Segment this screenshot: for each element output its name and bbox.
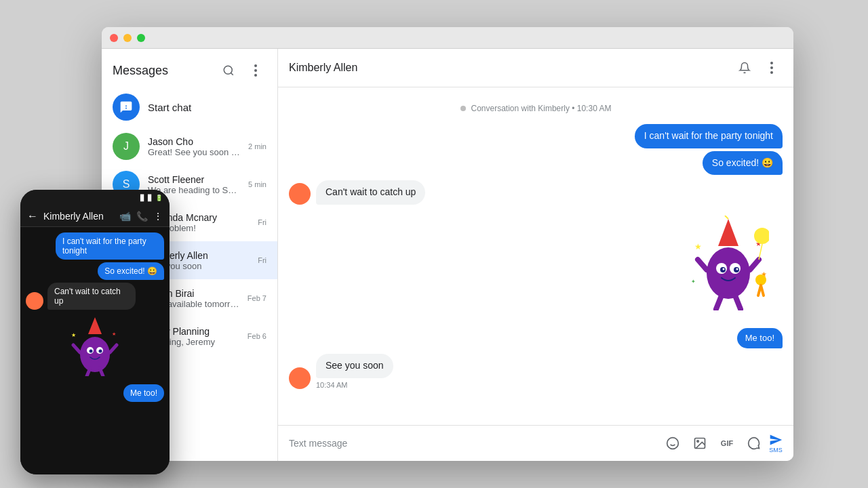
maximize-button[interactable] xyxy=(137,34,145,42)
mac-content: Messages xyxy=(102,49,793,461)
start-chat-icon xyxy=(113,94,140,121)
conv-time-jason: 2 min xyxy=(248,142,267,150)
svg-point-40 xyxy=(99,350,102,353)
chat-input-area: GIF SMS xyxy=(278,425,793,461)
sticker-button[interactable] xyxy=(742,431,766,455)
phone-contact-name: Kimberly Allen xyxy=(43,211,114,222)
search-icon-button[interactable] xyxy=(218,60,239,81)
text-message-input[interactable] xyxy=(289,432,655,454)
svg-point-5 xyxy=(770,62,773,64)
phone-header-icons: 📹 📞 ⋮ xyxy=(119,211,163,222)
svg-point-7 xyxy=(770,71,773,74)
send-label: SMS xyxy=(769,447,783,453)
message-bubble-see-you-soon: See you soon xyxy=(316,354,393,378)
conversation-label: Conversation with Kimberly • 10:30 AM xyxy=(289,104,783,113)
svg-point-27 xyxy=(755,274,766,285)
svg-marker-35 xyxy=(88,317,102,334)
kimberly-avatar-chat-2 xyxy=(289,367,311,389)
send-button[interactable]: SMS xyxy=(769,433,783,453)
phone-kimberly-avatar xyxy=(26,292,43,310)
svg-point-2 xyxy=(254,64,257,67)
video-call-icon[interactable]: 📹 xyxy=(119,211,131,222)
phone-overlay: ▊ ▊ 🔋 ← Kimberly Allen 📹 📞 ⋮ I can't wai… xyxy=(20,190,170,474)
phone-msg-bubble-1: Can't wait to catch up xyxy=(47,283,136,310)
conv-time-scott: 5 min xyxy=(248,180,267,188)
sidebar-title: Messages xyxy=(113,64,168,78)
conv-preview-jason: Great! See you soon 😀 xyxy=(148,147,240,157)
input-icons: GIF SMS xyxy=(660,431,783,455)
svg-point-39 xyxy=(90,350,93,353)
message-bubble-received-1: Can't wait to catch up xyxy=(316,180,425,205)
chat-header: Kimberly Allen xyxy=(278,49,793,87)
chat-more-icon-button[interactable] xyxy=(761,57,783,79)
sticker-monster: ★ ★ ✦ ★ xyxy=(688,216,783,317)
more-icon-button[interactable] xyxy=(245,60,267,81)
emoji-picker-button[interactable] xyxy=(660,431,685,455)
phone-sticker: ★ ★ xyxy=(68,315,122,379)
conv-name-scott: Scott Fleener xyxy=(148,174,240,185)
svg-line-42 xyxy=(110,345,117,352)
chat-contact-name: Kimberly Allen xyxy=(289,62,357,74)
svg-point-30 xyxy=(667,438,679,449)
start-chat-label: Start chat xyxy=(148,102,191,113)
start-chat-item[interactable]: Start chat xyxy=(102,87,272,127)
phone-status-bar: ▊ ▊ 🔋 xyxy=(20,190,170,206)
me-too-group: Me too! xyxy=(289,328,783,348)
back-button[interactable]: ← xyxy=(27,210,38,222)
svg-line-1 xyxy=(231,73,233,75)
chat-messages: Conversation with Kimberly • 10:30 AM I … xyxy=(278,87,793,425)
image-attach-button[interactable] xyxy=(688,431,712,455)
phone-messages: I can't wait for the party tonight So ex… xyxy=(20,227,170,474)
phone-msg-received-1: Can't wait to catch up xyxy=(26,283,164,310)
chat-header-icons xyxy=(734,57,783,79)
wifi-icon: ▊ xyxy=(140,195,145,201)
svg-line-18 xyxy=(750,260,759,270)
mac-titlebar xyxy=(102,27,793,49)
conv-time-amanda: Fri xyxy=(258,218,267,226)
conv-label-text: Conversation with Kimberly • 10:30 AM xyxy=(471,104,612,113)
kimberly-avatar-chat xyxy=(289,183,311,205)
svg-marker-8 xyxy=(718,219,738,246)
conv-label-dot xyxy=(460,106,466,111)
sent-messages-group: I can't wait for the party tonight So ex… xyxy=(289,124,783,175)
svg-line-41 xyxy=(73,345,80,352)
conv-time-planning: Feb 6 xyxy=(248,332,267,340)
svg-point-16 xyxy=(736,268,738,270)
svg-text:★: ★ xyxy=(694,242,702,251)
svg-text:✦: ✦ xyxy=(691,279,696,285)
svg-line-19 xyxy=(716,296,722,309)
svg-point-15 xyxy=(723,268,725,270)
phone-msg-me-too: Me too! xyxy=(123,384,164,402)
avatar-jason: J xyxy=(113,133,140,160)
message-timestamp: 10:34 AM xyxy=(316,381,393,389)
phone-msg-2: So excited! 😀 xyxy=(98,262,164,280)
message-row-received-2: See you soon 10:34 AM xyxy=(289,354,783,389)
conv-info-jason: Jason Cho Great! See you soon 😀 xyxy=(148,136,240,157)
gif-button[interactable]: GIF xyxy=(715,431,739,455)
chat-area: Kimberly Allen xyxy=(278,49,793,461)
svg-line-20 xyxy=(735,296,741,309)
phone-call-icon[interactable]: 📞 xyxy=(136,211,148,222)
mac-window: Messages xyxy=(102,27,793,461)
phone-msg-1: I can't wait for the party tonight xyxy=(56,232,164,260)
sidebar-icon-group xyxy=(218,60,267,81)
message-row-received-1: Can't wait to catch up xyxy=(289,180,783,205)
signal-icon: ▊ xyxy=(148,195,153,201)
phone-more-icon[interactable]: ⋮ xyxy=(153,211,163,222)
sticker-area: ★ ★ ✦ ★ xyxy=(289,216,783,317)
svg-text:★: ★ xyxy=(112,331,116,336)
desktop-background: Messages xyxy=(0,0,868,488)
message-bubble-sent-1: I can't wait for the party tonight xyxy=(635,124,783,148)
close-button[interactable] xyxy=(110,34,118,42)
phone-header: ← Kimberly Allen 📹 📞 ⋮ xyxy=(20,206,170,227)
svg-point-34 xyxy=(697,441,699,443)
bell-icon-button[interactable] xyxy=(734,57,755,79)
svg-point-4 xyxy=(254,74,257,77)
minimize-button[interactable] xyxy=(123,34,132,42)
svg-point-6 xyxy=(770,66,773,69)
svg-point-36 xyxy=(80,337,110,372)
conv-item-jason[interactable]: J Jason Cho Great! See you soon 😀 2 min xyxy=(102,127,277,165)
svg-point-10 xyxy=(707,247,750,299)
svg-point-0 xyxy=(224,66,232,74)
message-bubble-me-too: Me too! xyxy=(737,328,783,348)
